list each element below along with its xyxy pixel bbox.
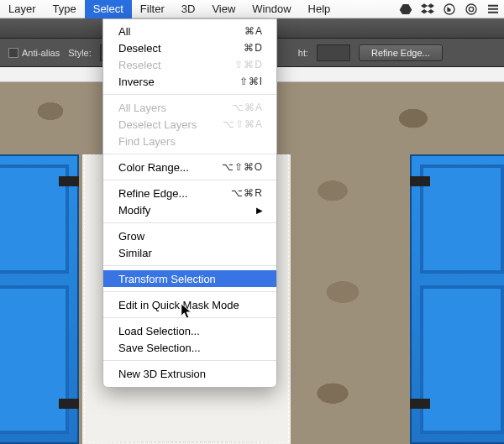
menuitem-deselect[interactable]: Deselect⌘D (103, 39, 276, 56)
menuitem-label: Find Layers (118, 135, 176, 148)
menuitem-label: Refine Edge... (118, 187, 187, 200)
drive-icon[interactable] (398, 2, 413, 17)
cloud-icon[interactable] (464, 2, 479, 17)
menuitem-color-range[interactable]: Color Range...⌥⇧⌘O (103, 159, 276, 175)
menuitem-grow[interactable]: Grow (103, 227, 276, 244)
mouse-cursor-icon (180, 302, 195, 324)
menuitem-label: Grow (118, 230, 144, 243)
menuitem-label: Deselect (118, 42, 161, 55)
menubar-status-icons (398, 2, 504, 17)
menu-help[interactable]: Help (300, 0, 339, 18)
menuitem-shortcut: ⌘D (244, 42, 263, 54)
menuitem-label: Deselect Layers (118, 118, 197, 131)
menuitem-shortcut: ⌥⌘A (232, 102, 263, 113)
height-field[interactable] (317, 44, 350, 61)
menuitem-label: Reselect (118, 59, 161, 71)
menuitem-transform-selection[interactable]: Transform Selection (103, 270, 276, 287)
menuitem-shortcut: ⌥⇧⌘O (222, 161, 263, 173)
menuitem-shortcut: ⌘A (244, 25, 263, 37)
menuitem-label: Color Range... (118, 161, 189, 174)
menuitem-new-3d-extrusion[interactable]: New 3D Extrusion (103, 365, 276, 382)
menu-select[interactable]: Select (85, 0, 132, 18)
menuitem-all-layers: All Layers⌥⌘A (103, 99, 276, 116)
svg-point-2 (469, 7, 473, 11)
menuitem-label: All (118, 25, 130, 38)
menuitem-find-layers: Find Layers (103, 133, 276, 149)
refine-edge-button[interactable]: Refine Edge... (359, 44, 443, 61)
menu-view[interactable]: View (203, 0, 244, 18)
menuitem-deselect-layers: Deselect Layers⌥⇧⌘A (103, 116, 276, 133)
select-menu-dropdown: All⌘ADeselect⌘DReselect⇧⌘DInverse⇧⌘IAll … (102, 18, 277, 388)
menuitem-label: Edit in Quick Mask Mode (118, 299, 239, 311)
menuitem-label: Similar (118, 247, 152, 259)
menuitem-shortcut: ⇧⌘I (239, 76, 263, 87)
menuitem-label: New 3D Extrusion (118, 368, 206, 380)
menuitem-load-selection[interactable]: Load Selection... (103, 322, 276, 339)
shutter-left (0, 154, 79, 444)
app-circle-icon[interactable] (442, 2, 457, 17)
menu-layer[interactable]: Layer (0, 0, 45, 18)
antialias-checkbox[interactable]: Anti-alias (8, 48, 60, 58)
menuitem-label: Load Selection... (118, 325, 200, 337)
menuitem-all[interactable]: All⌘A (103, 23, 276, 39)
menuitem-label: All Layers (118, 102, 166, 114)
shutter-right (410, 154, 504, 444)
menuitem-label: Save Selection... (118, 342, 201, 354)
system-menubar: Layer Type Select Filter 3D View Window … (0, 0, 504, 18)
menu-type[interactable]: Type (45, 0, 85, 18)
height-label: ht: (298, 48, 308, 58)
menuitem-shortcut: ⌥⌘R (231, 187, 263, 199)
menuitem-shortcut: ⇧⌘D (234, 59, 263, 71)
menu-3d[interactable]: 3D (173, 0, 204, 18)
wifi-extra-icon[interactable] (486, 2, 501, 17)
menuitem-save-selection[interactable]: Save Selection... (103, 339, 276, 356)
menu-filter[interactable]: Filter (132, 0, 173, 18)
menuitem-inverse[interactable]: Inverse⇧⌘I (103, 73, 276, 90)
menu-window[interactable]: Window (244, 0, 299, 18)
menuitem-modify[interactable]: Modify▶ (103, 201, 276, 218)
submenu-arrow-icon: ▶ (256, 206, 263, 215)
menuitem-reselect: Reselect⇧⌘D (103, 56, 276, 73)
menuitem-label: Transform Selection (118, 273, 216, 285)
menuitem-refine-edge[interactable]: Refine Edge...⌥⌘R (103, 185, 276, 201)
menuitem-shortcut: ⌥⇧⌘A (223, 118, 263, 130)
svg-point-1 (466, 4, 476, 14)
menuitem-similar[interactable]: Similar (103, 244, 276, 261)
dropbox-icon[interactable] (420, 2, 435, 17)
menuitem-label: Modify (118, 204, 150, 217)
style-label: Style: (68, 48, 92, 58)
menuitem-label: Inverse (118, 76, 155, 88)
